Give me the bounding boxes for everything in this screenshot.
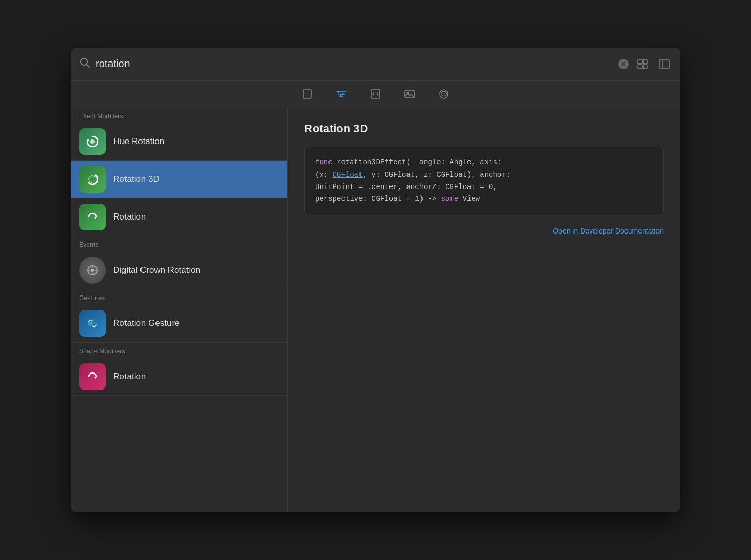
keyword-func: func xyxy=(315,158,333,166)
list-item-shape-rotation[interactable]: Rotation xyxy=(71,358,287,396)
svg-rect-5 xyxy=(643,65,647,69)
rotation-gesture-label: Rotation Gesture xyxy=(113,318,180,329)
svg-point-17 xyxy=(407,92,409,94)
hue-rotation-label: Hue Rotation xyxy=(113,136,164,147)
tab-image[interactable] xyxy=(400,86,419,102)
svg-rect-6 xyxy=(659,60,669,68)
list-item-digital-crown[interactable]: Digital Crown Rotation xyxy=(71,252,287,289)
tab-filter[interactable] xyxy=(332,86,351,102)
open-doc-link[interactable]: Open in Developer Documentation xyxy=(304,227,664,235)
tab-color[interactable] xyxy=(434,86,453,102)
digital-crown-icon xyxy=(79,257,106,284)
main-content: Effect Modifiers Hue Rotation xyxy=(71,107,680,512)
svg-point-21 xyxy=(91,269,94,272)
svg-rect-16 xyxy=(405,90,414,98)
svg-line-1 xyxy=(87,65,90,68)
tab-bar xyxy=(71,81,680,107)
list-item-hue-rotation[interactable]: Hue Rotation xyxy=(71,123,287,161)
grid-view-button[interactable] xyxy=(635,56,650,72)
list-item-rotation-gesture[interactable]: Rotation Gesture xyxy=(71,305,287,343)
svg-rect-4 xyxy=(638,65,642,69)
svg-point-13 xyxy=(342,93,344,95)
shape-rotation-icon xyxy=(79,363,106,390)
section-header-effect-modifiers: Effect Modifiers xyxy=(71,107,287,123)
hue-rotation-icon xyxy=(79,128,106,155)
svg-rect-8 xyxy=(303,90,311,98)
search-actions: ✕ xyxy=(618,56,672,72)
tab-code[interactable] xyxy=(366,86,385,102)
main-window: ✕ xyxy=(71,48,680,512)
svg-rect-2 xyxy=(638,59,642,64)
search-bar: ✕ xyxy=(71,48,680,81)
section-header-gestures: Gestures xyxy=(71,289,287,305)
keyword-some: some xyxy=(441,195,459,203)
section-header-events: Events xyxy=(71,236,287,252)
svg-rect-3 xyxy=(643,59,647,64)
rotation-effect-label: Rotation xyxy=(113,212,146,222)
tab-ui-components[interactable] xyxy=(298,86,317,102)
rotation-gesture-icon xyxy=(79,310,106,337)
svg-point-19 xyxy=(90,139,95,144)
sidebar-button[interactable] xyxy=(656,56,672,72)
digital-crown-label: Digital Crown Rotation xyxy=(113,265,200,275)
right-panel: Rotation 3D func rotation3DEffect(_ angl… xyxy=(288,107,680,512)
detail-title: Rotation 3D xyxy=(304,122,664,135)
rotation-effect-icon xyxy=(79,204,106,230)
search-input[interactable] xyxy=(96,58,618,70)
left-panel: Effect Modifiers Hue Rotation xyxy=(71,107,288,512)
code-text-3: View xyxy=(458,195,480,203)
section-header-shape-modifiers: Shape Modifiers xyxy=(71,343,287,358)
list-item-rotation-3d[interactable]: Rotation 3D xyxy=(71,161,287,198)
shape-rotation-label: Rotation xyxy=(113,371,146,382)
clear-search-button[interactable]: ✕ xyxy=(618,59,629,69)
search-icon xyxy=(79,57,90,71)
rotation-3d-label: Rotation 3D xyxy=(113,174,160,184)
code-block: func rotation3DEffect(_ angle: Angle, ax… xyxy=(304,147,664,215)
svg-point-14 xyxy=(340,95,342,97)
cgfloat-link-x[interactable]: CGFloat xyxy=(333,170,363,179)
svg-point-12 xyxy=(337,91,339,93)
list-item-rotation-effect[interactable]: Rotation xyxy=(71,198,287,236)
rotation-3d-icon xyxy=(79,166,106,193)
